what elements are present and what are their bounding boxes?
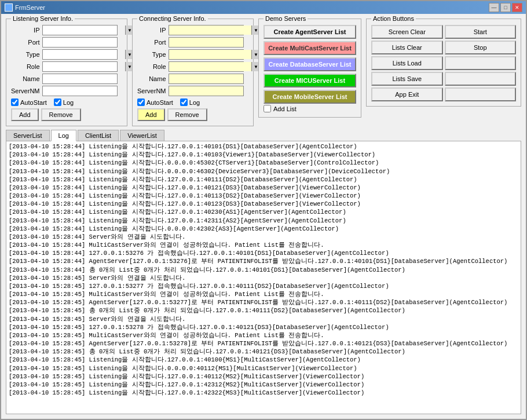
listening-name-input[interactable]	[42, 74, 118, 84]
blank-button-3[interactable]	[445, 87, 517, 101]
connecting-title: Connecting Server Info.	[137, 15, 208, 22]
connecting-type-input[interactable]	[169, 50, 251, 59]
connecting-type-label: Type	[137, 51, 166, 58]
listening-ip-input[interactable]	[43, 25, 125, 35]
log-line: [2013-04-10 15:28:45] 총 0개의 List중 0개가 처리…	[9, 348, 518, 356]
log-line: [2013-04-10 15:28:45] MultiCastServer와의 …	[9, 290, 518, 298]
connecting-type-field[interactable]: ▼	[169, 49, 244, 60]
log-line: [2013-04-10 15:28:45] Listening을 시작합니다.0…	[9, 364, 518, 372]
listening-port-input[interactable]	[42, 37, 118, 48]
connecting-autostart-checkbox[interactable]	[137, 98, 145, 106]
connecting-remove-button[interactable]: Remove	[167, 108, 207, 121]
create-database-server-button[interactable]: Create DatabaseServer List	[264, 57, 356, 71]
screen-clear-button[interactable]: Screen Clear	[371, 25, 443, 39]
listening-button-row: Add Remove	[11, 108, 122, 121]
listening-title: Listening Server Info.	[11, 15, 75, 22]
listening-type-input[interactable]	[43, 50, 125, 59]
tab-viewerlist[interactable]: ViewerList	[120, 130, 164, 141]
lists-clear-button[interactable]: Lists Clear	[371, 41, 443, 54]
connecting-servernm-input[interactable]	[169, 86, 244, 96]
connecting-ip-label: IP	[137, 27, 166, 34]
log-line: [2013-04-10 15:28:44] Listening을 시작합니다.1…	[9, 192, 518, 200]
actions-title: Action Buttons	[371, 15, 416, 22]
connecting-port-label: Port	[137, 39, 166, 46]
connecting-servernm-label: ServerNM	[137, 87, 166, 94]
connecting-ip-field[interactable]: ▼	[169, 25, 244, 35]
connecting-log-checkbox[interactable]	[180, 98, 188, 106]
log-panel[interactable]: [2013-04-10 15:28:44] Listening을 시작합니다.1…	[6, 141, 521, 414]
add-list-checkbox[interactable]	[264, 105, 271, 112]
stop-button[interactable]: Stop	[445, 41, 517, 54]
actions-group: Action Buttons Screen Clear Start Lists …	[366, 19, 521, 107]
listening-role-label: Role	[11, 63, 40, 70]
log-line: [2013-04-10 15:28:45] 총 0개의 List중 0개가 처리…	[9, 306, 518, 315]
listening-autostart-label: AutoStart	[20, 99, 47, 106]
listening-ip-field[interactable]: ▼	[42, 25, 118, 35]
app-icon	[5, 3, 13, 12]
listening-type-field[interactable]: ▼	[42, 49, 118, 60]
listening-remove-button[interactable]: Remove	[41, 108, 81, 121]
minimize-button[interactable]: —	[489, 3, 499, 12]
maximize-button[interactable]: □	[500, 3, 511, 12]
listening-group: Listening Server Info. IP ▼ Port Type ▼ …	[6, 19, 127, 126]
log-line: [2013-04-10 15:28:44] 127.0.0.1:53276 가 …	[9, 249, 518, 257]
log-line: [2013-04-10 15:28:44] Listening을 시작합니다.1…	[9, 208, 518, 216]
create-agent-server-button[interactable]: Create AgentServer List	[264, 25, 356, 39]
create-micu-server-button[interactable]: Create MICUServer List	[264, 74, 356, 87]
log-line: [2013-04-10 15:28:45] Server와의 연결을 시도합니다…	[9, 315, 518, 323]
close-button[interactable]: ✕	[512, 3, 522, 12]
log-line: [2013-04-10 15:28:45] Listening을 시작합니다.1…	[9, 356, 518, 364]
tab-serverlist[interactable]: ServerList	[6, 130, 50, 141]
listening-log-checkbox[interactable]	[54, 98, 61, 106]
log-line: [2013-04-10 15:28:44] 총 0개의 List중 0개가 처리…	[9, 266, 518, 274]
log-line: [2013-04-10 15:28:44] Listening을 시작합니다.1…	[9, 217, 518, 225]
connecting-button-row: Add Remove	[137, 108, 248, 121]
listening-role-field[interactable]: ▼	[42, 61, 118, 72]
create-mobile-server-button[interactable]: Create MobileServer List	[264, 90, 356, 104]
listening-ip-label: IP	[11, 27, 40, 34]
log-line: [2013-04-10 15:28:44] Listening을 시작합니다.0…	[9, 225, 518, 233]
title-bar: FrmServer — □ ✕	[1, 1, 526, 14]
log-line: [2013-04-10 15:28:44] MultiCastServer와의 …	[9, 241, 518, 249]
connecting-role-field[interactable]: ▼	[169, 61, 244, 72]
listening-name-label: Name	[11, 75, 40, 82]
blank-button-2[interactable]	[445, 72, 517, 86]
title-bar-buttons: — □ ✕	[489, 3, 522, 12]
connecting-port-input[interactable]	[169, 37, 244, 48]
log-line: [2013-04-10 15:28:44] Listening을 시작합니다.1…	[9, 176, 518, 184]
log-line: [2013-04-10 15:28:44] Listening을 시작합니다.1…	[9, 200, 518, 208]
listening-role-input[interactable]	[43, 62, 125, 71]
blank-button-1[interactable]	[445, 56, 517, 70]
listening-servernm-input[interactable]	[42, 86, 118, 96]
top-section: Listening Server Info. IP ▼ Port Type ▼ …	[6, 19, 521, 126]
listening-add-button[interactable]: Add	[11, 108, 39, 121]
lists-save-button[interactable]: Lists Save	[371, 72, 443, 86]
connecting-name-input[interactable]	[169, 74, 244, 84]
listening-servernm-label: ServerNM	[11, 87, 40, 94]
create-multicast-server-button[interactable]: Create MultiCastServer List	[264, 41, 356, 55]
connecting-add-button[interactable]: Add	[137, 108, 165, 121]
connecting-role-label: Role	[137, 63, 166, 70]
log-line: [2013-04-10 15:28:45] Listening을 시작합니다.1…	[9, 381, 518, 389]
log-line: [2013-04-10 15:28:45] MultiCastServer와의 …	[9, 331, 518, 339]
tab-log[interactable]: Log	[51, 130, 76, 141]
log-line: [2013-04-10 15:28:45] 127.0.0.1:53277 가 …	[9, 282, 518, 290]
tabs-section: ServerList Log ClientList ViewerList [20…	[6, 130, 521, 414]
log-line: [2013-04-10 15:28:44] Listening을 시작합니다.1…	[9, 143, 518, 151]
lists-load-button[interactable]: Lists Load	[371, 56, 443, 70]
tab-clientlist[interactable]: ClientList	[78, 130, 119, 141]
listening-autostart-checkbox[interactable]	[11, 98, 19, 106]
start-button[interactable]: Start	[445, 25, 517, 39]
connecting-role-input[interactable]	[169, 62, 251, 71]
demo-title: Demo Servers	[264, 15, 308, 22]
log-line: [2013-04-10 15:28:45] Listening을 시작합니다.1…	[9, 372, 518, 381]
log-line: [2013-04-10 15:28:45] 127.0.0.1:53278 가 …	[9, 323, 518, 331]
connecting-autostart-item: AutoStart	[137, 98, 173, 106]
app-exit-button[interactable]: App Exit	[371, 87, 443, 101]
main-content: Listening Server Info. IP ▼ Port Type ▼ …	[1, 14, 526, 419]
log-line: [2013-04-10 15:28:44] AgentServer[127.0.…	[9, 257, 518, 265]
connecting-ip-input[interactable]	[169, 25, 251, 35]
tab-bar: ServerList Log ClientList ViewerList	[6, 130, 521, 141]
main-window: FrmServer — □ ✕ Listening Server Info. I…	[0, 0, 527, 420]
demo-buttons: Create AgentServer List Create MultiCast…	[264, 25, 356, 104]
